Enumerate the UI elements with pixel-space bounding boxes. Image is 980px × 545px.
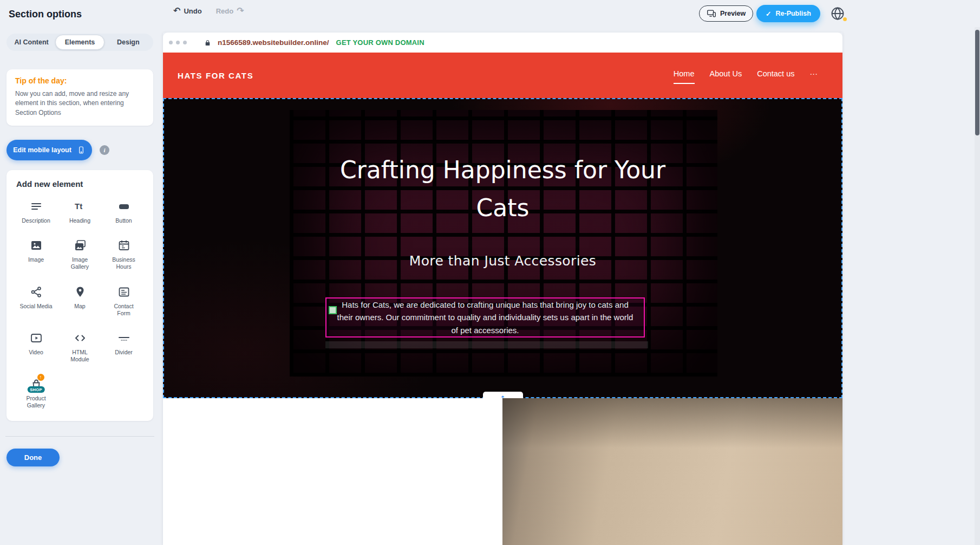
undo-redo-group: ↶ Undo Redo ↷ xyxy=(173,7,244,15)
element-description[interactable]: Description xyxy=(14,199,58,224)
map-icon xyxy=(74,285,87,299)
element-business-hours[interactable]: Business Hours xyxy=(102,238,146,270)
tip-title: Tip of the day: xyxy=(15,76,145,85)
language-globe-button[interactable] xyxy=(830,5,847,22)
element-video[interactable]: Video xyxy=(14,331,58,363)
nav-home[interactable]: Home xyxy=(674,69,695,84)
nav-contact-us[interactable]: Contact us xyxy=(757,69,794,84)
resize-arrows-icon: ↕ xyxy=(498,395,507,399)
republish-button[interactable]: ✓ Re-Publish xyxy=(756,5,820,22)
devices-icon xyxy=(707,9,716,18)
tip-body: Now you can add, move and resize any ele… xyxy=(15,89,145,118)
panel-tabs: AI Content Elements Design xyxy=(6,34,153,51)
site-preview-window: n1566589.websitebuilder.online/ GET YOUR… xyxy=(163,33,842,545)
divider-icon xyxy=(117,331,130,345)
redo-button[interactable]: Redo ↷ xyxy=(216,7,244,15)
description-icon xyxy=(30,199,43,213)
element-image[interactable]: Image xyxy=(14,238,58,270)
edit-mobile-row: Edit mobile layout i xyxy=(6,140,153,160)
button-icon xyxy=(117,199,130,213)
element-product-gallery[interactable]: ↑ SHOP Product Gallery xyxy=(14,377,58,409)
element-divider[interactable]: Divider xyxy=(102,331,146,363)
add-new-element-title: Add new element xyxy=(14,179,146,189)
video-icon xyxy=(30,331,43,345)
shop-badge: SHOP xyxy=(27,386,44,393)
page-scrollbar[interactable] xyxy=(975,27,980,545)
site-nav: Home About Us Contact us ··· xyxy=(674,53,818,84)
nav-about-us[interactable]: About Us xyxy=(710,69,742,84)
svg-text:Tt: Tt xyxy=(75,202,82,211)
image-gallery-icon xyxy=(74,238,87,252)
business-hours-icon xyxy=(117,238,130,252)
element-image-gallery[interactable]: Image Gallery xyxy=(58,238,102,270)
tab-elements[interactable]: Elements xyxy=(55,35,104,50)
browser-dot xyxy=(169,41,173,44)
undo-icon: ↶ xyxy=(173,7,180,15)
hero-paragraph: Hats for Cats, we are dedicated to craft… xyxy=(326,299,644,336)
hero-subheading[interactable]: More than Just Accessories xyxy=(163,253,842,269)
resize-handle[interactable] xyxy=(329,306,337,314)
contact-form-icon xyxy=(117,285,130,299)
html-module-icon xyxy=(74,331,87,345)
floor-photo xyxy=(502,398,842,545)
get-your-own-domain-link[interactable]: GET YOUR OWN DOMAIN xyxy=(336,38,424,47)
image-icon xyxy=(30,238,43,252)
check-icon: ✓ xyxy=(766,10,771,18)
upgrade-icon: ↑ xyxy=(37,374,44,381)
browser-chrome: n1566589.websitebuilder.online/ GET YOUR… xyxy=(163,33,842,53)
section-resize-handle[interactable]: ↕ xyxy=(483,392,523,398)
product-gallery-icon: ↑ SHOP xyxy=(30,377,43,391)
hero-section[interactable]: Crafting Happiness for Your Cats More th… xyxy=(163,98,842,398)
heading-icon: Tt xyxy=(74,199,87,213)
edit-mobile-layout-button[interactable]: Edit mobile layout xyxy=(6,140,92,160)
redo-icon: ↷ xyxy=(237,7,244,15)
phone-icon xyxy=(77,146,86,154)
preview-button[interactable]: Preview xyxy=(699,5,753,22)
tab-ai-content[interactable]: AI Content xyxy=(8,35,55,50)
element-map[interactable]: Map xyxy=(58,285,102,317)
browser-dot xyxy=(183,41,187,44)
browser-dot xyxy=(176,41,180,44)
hero-heading[interactable]: Crafting Happiness for Your Cats xyxy=(330,151,676,227)
element-heading[interactable]: Tt Heading xyxy=(58,199,102,224)
info-icon[interactable]: i xyxy=(100,145,109,155)
add-new-element-card: Add new element Description Tt Heading B… xyxy=(6,170,153,421)
undo-button[interactable]: ↶ Undo xyxy=(173,7,202,15)
page-title: Section options xyxy=(9,9,82,20)
element-grid: Description Tt Heading Button Image xyxy=(14,199,146,409)
done-button[interactable]: Done xyxy=(6,449,60,466)
scrollbar-thumb[interactable] xyxy=(975,30,979,135)
nav-more-menu[interactable]: ··· xyxy=(810,69,818,84)
element-contact-form[interactable]: Contact Form xyxy=(102,285,146,317)
site-url: n1566589.websitebuilder.online/ xyxy=(218,38,329,47)
tip-of-the-day-card: Tip of the day: Now you can add, move an… xyxy=(6,69,153,126)
site-logo[interactable]: HATS FOR CATS xyxy=(178,71,253,80)
lock-icon xyxy=(204,39,211,47)
element-button[interactable]: Button xyxy=(102,199,146,224)
element-ghost-bar xyxy=(325,341,648,348)
section-options-panel: AI Content Elements Design Tip of the da… xyxy=(0,27,163,545)
site-header: HATS FOR CATS Home About Us Contact us ·… xyxy=(163,53,842,98)
notification-dot xyxy=(843,17,847,21)
element-social-media[interactable]: Social Media xyxy=(14,285,58,317)
topbar: Section options ↶ Undo Redo ↷ Preview ✓ … xyxy=(0,0,980,27)
element-html-module[interactable]: HTML Module xyxy=(58,331,102,363)
selected-paragraph-element[interactable]: Hats for Cats, we are dedicated to craft… xyxy=(325,297,645,338)
social-media-icon xyxy=(30,285,43,299)
next-section[interactable] xyxy=(163,398,842,545)
sidebar-divider xyxy=(5,436,154,437)
tab-design[interactable]: Design xyxy=(104,35,152,50)
